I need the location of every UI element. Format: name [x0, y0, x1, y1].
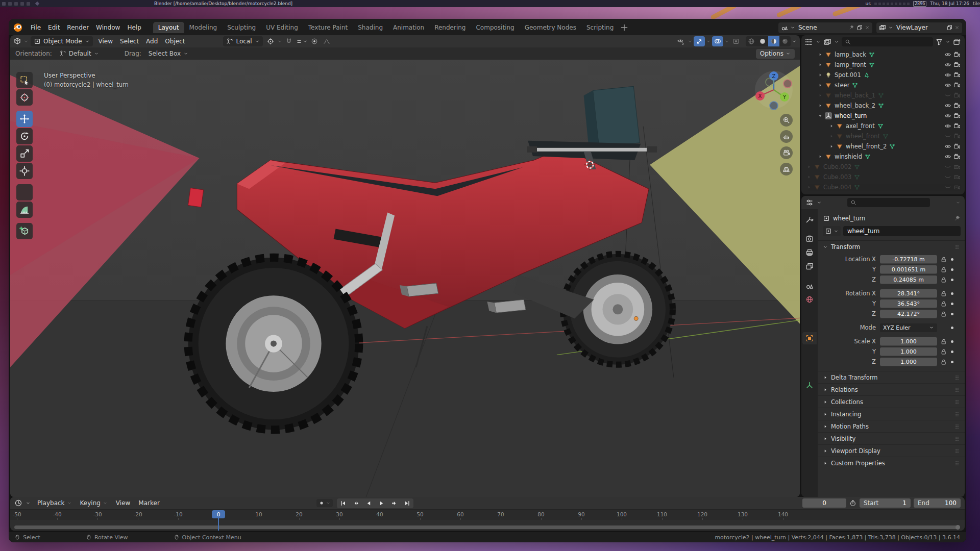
- expand-arrow-icon[interactable]: [818, 154, 823, 159]
- display-mode-icon[interactable]: [823, 38, 831, 46]
- proportional-edit-button[interactable]: [309, 36, 320, 46]
- lock-icon[interactable]: [940, 256, 947, 263]
- viewport-menu-add[interactable]: Add: [142, 37, 161, 46]
- render-disabled-icon[interactable]: [953, 184, 961, 191]
- xray-toggle-button[interactable]: [730, 36, 742, 46]
- lock-icon[interactable]: [940, 359, 947, 365]
- next-keyframe-button[interactable]: [388, 498, 401, 508]
- panel-viewport-display[interactable]: Viewport Display: [818, 444, 965, 457]
- options-button[interactable]: Options: [756, 49, 795, 59]
- keyboard-layout-indicator[interactable]: us: [866, 1, 871, 6]
- transform-value-field[interactable]: 0.24085 m: [880, 276, 937, 284]
- render-visibility-icon[interactable]: [953, 143, 961, 150]
- eye-closed-icon[interactable]: [944, 92, 951, 99]
- zoom-button[interactable]: [780, 114, 793, 127]
- eye-open-icon[interactable]: [944, 122, 951, 130]
- panel-visibility[interactable]: Visibility: [818, 432, 965, 444]
- expand-arrow-icon[interactable]: [806, 185, 812, 190]
- outliner-row-wheel_front_2[interactable]: wheel_front_2: [801, 141, 965, 152]
- menu-edit[interactable]: Edit: [44, 23, 63, 32]
- pin-icon[interactable]: [848, 24, 854, 31]
- tab-geometry-nodes[interactable]: Geometry Nodes: [520, 22, 581, 33]
- play-reverse-button[interactable]: [362, 498, 375, 508]
- show-overlays-button[interactable]: [712, 36, 723, 46]
- expand-arrow-icon[interactable]: [829, 123, 834, 129]
- tool-rotate[interactable]: [16, 128, 33, 144]
- expand-arrow-icon[interactable]: [806, 174, 812, 180]
- eye-open-icon[interactable]: [944, 61, 951, 68]
- tab-shading[interactable]: Shading: [353, 22, 388, 33]
- object-type-dropdown[interactable]: [823, 226, 841, 236]
- timeline-editor-icon[interactable]: [14, 499, 22, 507]
- animate-dot-icon[interactable]: [951, 268, 953, 271]
- lock-icon[interactable]: [940, 290, 947, 297]
- tab-rendering[interactable]: Rendering: [429, 22, 471, 33]
- timeline-menu-keying[interactable]: Keying: [77, 498, 111, 508]
- transform-value-field[interactable]: 36.543°: [880, 299, 937, 308]
- tab-uv-editing[interactable]: UV Editing: [261, 22, 303, 33]
- system-tray[interactable]: [874, 3, 910, 5]
- render-visibility-icon[interactable]: [953, 92, 961, 99]
- current-frame-field[interactable]: 0: [802, 498, 846, 508]
- panel-motion-paths[interactable]: Motion Paths: [818, 420, 965, 432]
- render-visibility-icon[interactable]: [953, 71, 961, 79]
- scene-selector[interactable]: Scene: [778, 22, 872, 33]
- eye-closed-icon[interactable]: [944, 133, 951, 140]
- mode-dropdown[interactable]: Object Mode: [31, 36, 93, 46]
- properties-tab-world[interactable]: [802, 293, 817, 306]
- panel-collections[interactable]: Collections: [818, 395, 965, 408]
- playhead-line[interactable]: [218, 518, 219, 531]
- frame-start-field[interactable]: Start1: [860, 498, 911, 508]
- shading-wireframe-button[interactable]: [746, 36, 757, 46]
- pin-icon[interactable]: [953, 215, 961, 222]
- transform-value-field[interactable]: 42.172°: [880, 310, 937, 318]
- eye-open-icon[interactable]: [944, 143, 951, 150]
- eye-closed-icon[interactable]: [944, 163, 951, 170]
- viewport-menu-object[interactable]: Object: [161, 37, 188, 46]
- animate-dot-icon[interactable]: [951, 279, 953, 281]
- outliner-row-wheel_turn[interactable]: wheel_turn: [801, 111, 965, 121]
- stopwatch-icon[interactable]: [849, 499, 856, 507]
- eye-open-icon[interactable]: [944, 82, 951, 89]
- properties-tab-data[interactable]: [802, 379, 817, 391]
- animate-dot-icon[interactable]: [951, 361, 953, 363]
- playhead[interactable]: 0: [212, 510, 225, 518]
- transform-orientation-dropdown[interactable]: Local: [223, 36, 262, 46]
- outliner-search-input[interactable]: [842, 37, 933, 46]
- lock-icon[interactable]: [940, 266, 947, 273]
- transform-panel-header[interactable]: Transform: [823, 241, 961, 253]
- render-visibility-icon[interactable]: [953, 102, 961, 109]
- tab-compositing[interactable]: Compositing: [471, 22, 519, 33]
- tab-texture-paint[interactable]: Texture Paint: [303, 22, 353, 33]
- jump-to-end-button[interactable]: [401, 498, 413, 508]
- close-icon[interactable]: [865, 25, 870, 30]
- ortho-grid-button[interactable]: [780, 163, 793, 176]
- lock-icon[interactable]: [940, 348, 947, 355]
- viewlayer-selector[interactable]: ViewLayer: [876, 22, 962, 33]
- expand-arrow-icon[interactable]: [829, 144, 834, 149]
- animate-dot-icon[interactable]: [951, 350, 953, 353]
- expand-arrow-icon[interactable]: [818, 93, 823, 98]
- panel-relations[interactable]: Relations: [818, 383, 965, 395]
- properties-tab-physics[interactable]: [802, 346, 817, 358]
- expand-arrow-icon[interactable]: [818, 103, 823, 108]
- eye-closed-icon[interactable]: [944, 184, 951, 191]
- timeline-menu-playback[interactable]: Playback: [34, 498, 76, 508]
- expand-arrow-icon[interactable]: [818, 113, 823, 118]
- outliner-row-steer[interactable]: steer: [801, 80, 965, 90]
- properties-tab-collection[interactable]: [802, 313, 817, 325]
- menu-window[interactable]: Window: [92, 23, 124, 32]
- close-icon[interactable]: [954, 25, 960, 30]
- lock-icon[interactable]: [940, 300, 947, 307]
- drag-mode-dropdown[interactable]: Select Box: [145, 48, 191, 59]
- outliner-row-lamp_front[interactable]: lamp_front: [801, 60, 965, 70]
- falloff-button[interactable]: [321, 36, 332, 46]
- tab-layout[interactable]: Layout: [153, 22, 184, 33]
- outliner-row-Spot.001[interactable]: Spot.001: [801, 70, 965, 80]
- panel-delta-transform[interactable]: Delta Transform: [818, 371, 965, 383]
- timeline-menu-view[interactable]: View: [112, 498, 134, 508]
- timeline-menu-marker[interactable]: Marker: [135, 498, 163, 508]
- properties-tab-scene[interactable]: [802, 280, 817, 292]
- jump-to-start-button[interactable]: [337, 498, 350, 508]
- outliner-row-Cube.002[interactable]: Cube.002: [801, 162, 965, 172]
